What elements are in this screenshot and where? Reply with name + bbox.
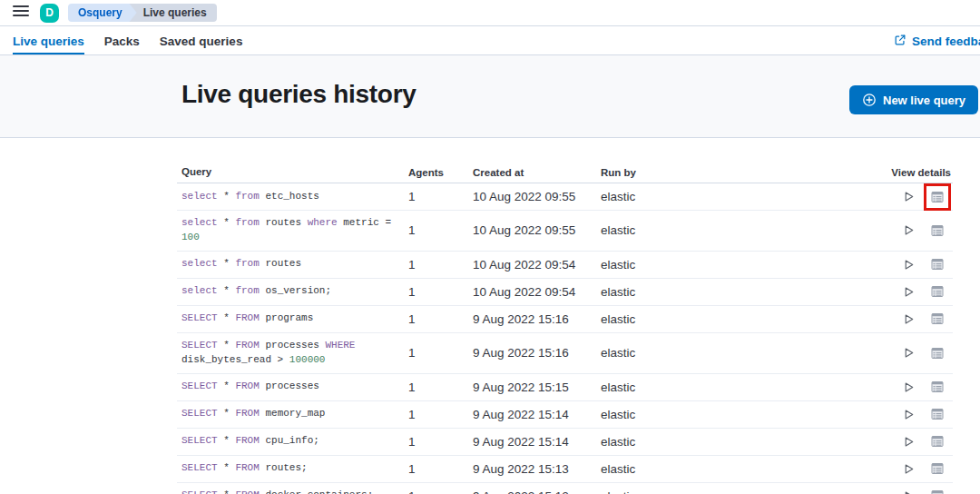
new-live-query-label: New live query xyxy=(883,94,965,107)
view-details-button[interactable] xyxy=(929,406,946,422)
tab-saved-queries[interactable]: Saved queries xyxy=(160,27,243,54)
top-chrome-bar: D Osquery Live queries xyxy=(0,0,980,26)
query-cell: SELECT * FROM memory_map xyxy=(177,401,408,427)
run-query-button[interactable] xyxy=(900,311,916,327)
run-by-cell: elastic xyxy=(601,435,755,449)
play-icon xyxy=(902,312,916,326)
play-icon xyxy=(902,408,916,421)
table-icon xyxy=(930,190,945,204)
agents-cell: 1 xyxy=(408,312,473,326)
view-details-button[interactable] xyxy=(929,283,946,300)
view-details-button[interactable] xyxy=(929,256,946,272)
table-row: select * from routes where metric = 1001… xyxy=(177,211,953,252)
row-actions xyxy=(755,379,953,395)
view-details-button[interactable] xyxy=(929,311,946,327)
created-at-cell: 9 Aug 2022 15:13 xyxy=(473,462,601,476)
created-at-cell: 9 Aug 2022 15:12 xyxy=(473,489,601,494)
view-details-button[interactable] xyxy=(929,222,946,239)
table-row: SELECT * FROM docker_containers;19 Aug 2… xyxy=(177,483,953,494)
run-by-cell: elastic xyxy=(601,312,755,326)
agents-cell: 1 xyxy=(408,285,473,299)
row-actions xyxy=(755,222,953,239)
run-by-cell: elastic xyxy=(601,462,755,476)
view-details-button[interactable] xyxy=(929,460,946,477)
play-icon xyxy=(902,190,916,203)
hamburger-menu-button[interactable] xyxy=(9,3,33,23)
query-cell: select * from routes xyxy=(177,252,408,277)
tab-live-queries[interactable]: Live queries xyxy=(13,27,84,54)
created-at-cell: 9 Aug 2022 15:16 xyxy=(473,346,601,360)
created-at-cell: 9 Aug 2022 15:14 xyxy=(473,435,601,449)
created-at-cell: 10 Aug 2022 09:55 xyxy=(473,223,601,237)
play-icon xyxy=(902,223,916,237)
run-by-cell: elastic xyxy=(601,285,755,299)
send-feedback-link[interactable]: Send feedback xyxy=(894,27,980,55)
column-header-created-at: Created at xyxy=(473,167,601,178)
table-row: SELECT * FROM routes;19 Aug 2022 15:13el… xyxy=(177,456,953,483)
run-query-button[interactable] xyxy=(900,488,916,494)
table-row: SELECT * FROM processes WHEREdisk_bytes_… xyxy=(177,333,953,374)
agents-cell: 1 xyxy=(408,258,473,272)
table-icon xyxy=(930,434,945,449)
run-query-button[interactable] xyxy=(900,345,916,361)
breadcrumb: Osquery Live queries xyxy=(68,4,217,22)
tab-packs[interactable]: Packs xyxy=(104,27,140,54)
play-icon xyxy=(902,285,916,299)
view-details-button[interactable] xyxy=(929,189,946,205)
query-cell: select * from os_version; xyxy=(177,279,408,304)
agents-cell: 1 xyxy=(408,380,473,394)
query-cell: select * from routes where metric = 100 xyxy=(177,211,408,251)
run-query-button[interactable] xyxy=(900,256,916,272)
created-at-cell: 9 Aug 2022 15:14 xyxy=(473,408,601,421)
query-cell: SELECT * FROM docker_containers; xyxy=(177,483,408,494)
table-row: select * from routes110 Aug 2022 09:54el… xyxy=(177,252,953,279)
avatar[interactable]: D xyxy=(40,4,59,23)
row-actions xyxy=(755,433,953,450)
run-query-button[interactable] xyxy=(900,406,916,422)
view-details-button[interactable] xyxy=(929,433,946,450)
play-icon xyxy=(902,380,916,394)
send-feedback-label: Send feedback xyxy=(912,35,980,48)
hamburger-icon xyxy=(13,5,29,21)
created-at-cell: 9 Aug 2022 15:16 xyxy=(473,312,601,326)
table-icon xyxy=(930,407,945,421)
view-details-button[interactable] xyxy=(929,379,946,395)
run-query-button[interactable] xyxy=(900,189,916,205)
view-details-button[interactable] xyxy=(929,488,946,494)
run-query-button[interactable] xyxy=(900,222,916,239)
run-query-button[interactable] xyxy=(900,460,916,477)
table-icon xyxy=(930,489,945,494)
play-icon xyxy=(902,489,916,494)
table-icon xyxy=(930,223,945,238)
agents-cell: 1 xyxy=(408,489,473,494)
view-details-button[interactable] xyxy=(929,345,946,361)
breadcrumb-live-queries: Live queries xyxy=(129,4,217,22)
page-title: Live queries history xyxy=(181,80,416,109)
created-at-cell: 10 Aug 2022 09:55 xyxy=(473,190,601,203)
breadcrumb-osquery[interactable]: Osquery xyxy=(68,4,137,22)
agents-cell: 1 xyxy=(408,346,473,360)
page-header: Live queries history New live query xyxy=(0,55,980,138)
table-row: select * from etc_hosts110 Aug 2022 09:5… xyxy=(177,183,953,211)
table-row: SELECT * FROM cpu_info;19 Aug 2022 15:14… xyxy=(177,429,953,456)
new-live-query-button[interactable]: New live query xyxy=(849,85,978,114)
run-by-cell: elastic xyxy=(601,380,755,394)
run-by-cell: elastic xyxy=(601,489,755,494)
run-query-button[interactable] xyxy=(900,433,916,450)
query-cell: SELECT * FROM cpu_info; xyxy=(177,429,408,454)
row-actions xyxy=(755,345,953,361)
table-row: SELECT * FROM processes19 Aug 2022 15:15… xyxy=(177,374,953,401)
run-query-button[interactable] xyxy=(900,283,916,300)
agents-cell: 1 xyxy=(408,223,473,237)
agents-cell: 1 xyxy=(408,462,473,476)
created-at-cell: 10 Aug 2022 09:54 xyxy=(473,258,601,272)
table-icon xyxy=(930,311,945,326)
play-icon xyxy=(902,346,916,360)
play-icon xyxy=(902,258,916,272)
table-body: select * from etc_hosts110 Aug 2022 09:5… xyxy=(177,183,953,494)
row-actions xyxy=(755,311,953,327)
agents-cell: 1 xyxy=(408,190,473,203)
query-cell: select * from etc_hosts xyxy=(177,184,408,210)
row-actions xyxy=(755,283,953,300)
run-query-button[interactable] xyxy=(900,379,916,395)
